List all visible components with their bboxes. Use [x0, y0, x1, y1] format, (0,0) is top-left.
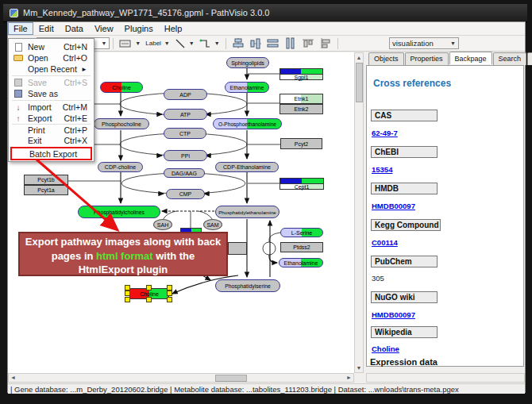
menu-item-open-recent[interactable]: Open Recent ►	[10, 63, 92, 75]
scrollbar-thumb[interactable]	[215, 375, 247, 382]
xref-source: HMDB	[371, 183, 438, 194]
metabolite-node[interactable]: CDP-Ethanolamine	[215, 162, 279, 172]
metabolite-node[interactable]: O-Phosphoethanolamine	[213, 118, 282, 129]
import-icon: ↓	[12, 103, 25, 112]
menu-item-exit[interactable]: ExitCtrl+X	[10, 135, 92, 146]
menu-help[interactable]: Help	[159, 22, 188, 35]
menu-item-open[interactable]: OpenCtrl+O	[10, 52, 92, 63]
metabolite-node[interactable]: SAH	[153, 219, 172, 230]
selection-handle[interactable]	[125, 285, 130, 290]
gene-node[interactable]: Pcyt1b	[24, 175, 68, 185]
export-icon: ↑	[12, 114, 25, 123]
xref-link[interactable]: 62-49-7	[372, 129, 398, 137]
submenu-arrow-icon: ►	[81, 66, 92, 73]
tab-backpage[interactable]: Backpage	[449, 52, 492, 64]
gene-node[interactable]: Etnk1	[279, 94, 323, 104]
open-folder-icon	[12, 55, 25, 61]
selection-handle[interactable]	[167, 297, 172, 302]
panel-horizontal-scrollbar[interactable]	[366, 373, 525, 383]
xref-source: PubChem	[371, 256, 438, 267]
menu-item-new[interactable]: NewCtrl+N	[10, 41, 92, 52]
gene-node[interactable]: Etnk2	[279, 104, 323, 114]
canvas-horizontal-scrollbar[interactable]: ◄ ►	[8, 373, 354, 383]
metabolite-node[interactable]: Phosphatidylcholines	[78, 206, 160, 218]
selection-handle[interactable]	[167, 285, 172, 290]
xref-link[interactable]: C00114	[372, 238, 398, 247]
distribute-h-icon[interactable]	[267, 37, 279, 49]
new-file-icon	[12, 43, 25, 52]
status-text: | Gene database: ...m_Derby_20120602.bri…	[10, 385, 459, 394]
add-label-button[interactable]: Label ▼	[145, 40, 170, 47]
menu-item-batch-export[interactable]: Batch Export	[12, 148, 91, 160]
metabolite-node[interactable]: DAG/AAG	[164, 168, 205, 178]
metabolite-node[interactable]: PPi	[164, 150, 207, 161]
add-datanode-button[interactable]: ▼	[119, 38, 141, 49]
gene-node[interactable]: Cept1	[279, 178, 324, 190]
selection-handle[interactable]	[167, 290, 172, 296]
align-center-x-icon[interactable]	[232, 37, 245, 49]
selection-handle[interactable]	[146, 297, 152, 302]
tab-search[interactable]: Search	[493, 52, 527, 65]
metabolite-node[interactable]: Sphingolipids	[226, 57, 269, 68]
selection-handle[interactable]	[146, 285, 152, 290]
chevron-down-icon: ▼	[450, 40, 456, 46]
distribute-v-icon[interactable]	[284, 37, 297, 49]
metabolite-node[interactable]: CDP-choline	[98, 162, 143, 172]
menu-item-print[interactable]: PrintCtrl+P	[10, 125, 92, 136]
metabolite-node[interactable]: ATP	[164, 109, 207, 120]
canvas-vertical-scrollbar[interactable]: ▲ ▼	[354, 52, 364, 373]
selection-handle[interactable]	[125, 297, 130, 302]
gene-node[interactable]: Pcyt1a	[24, 185, 68, 195]
chevron-down-icon: ▼	[164, 40, 170, 46]
align-left-icon[interactable]	[319, 37, 332, 49]
menu-bar: File Edit Data View Plugins Help	[8, 22, 525, 36]
metabolite-node[interactable]: Phosphatidylserine	[215, 279, 280, 292]
align-top-icon[interactable]	[302, 37, 314, 49]
title-bar[interactable]: Mm_Kennedy_pathway_WP1771_45176.gpml - P…	[3, 4, 527, 22]
metabolite-node[interactable]: ADP	[164, 89, 207, 100]
scroll-down-icon[interactable]: ▼	[355, 364, 363, 372]
menu-data[interactable]: Data	[60, 22, 89, 35]
side-panel-tabs: Objects Properties Backpage Search Legen…	[368, 52, 532, 65]
metabolite-node[interactable]: L-Serine	[280, 228, 323, 237]
metabolite-node[interactable]: Ethanolamine	[225, 82, 269, 93]
menu-file[interactable]: File	[8, 22, 33, 35]
xref-link[interactable]: 15354	[372, 165, 392, 174]
xref-link[interactable]: HMDB00097	[372, 310, 415, 319]
add-line-button[interactable]: ▼	[175, 38, 195, 49]
menu-edit[interactable]: Edit	[33, 22, 60, 35]
metabolite-node[interactable]: Phosphocholine	[94, 118, 149, 129]
tab-properties[interactable]: Properties	[405, 52, 449, 65]
tab-objects[interactable]: Objects	[368, 52, 404, 65]
gene-node[interactable]: Pcyt2	[280, 138, 322, 149]
scroll-left-icon[interactable]: ◄	[9, 374, 17, 382]
menu-plugins[interactable]: Plugins	[119, 22, 159, 35]
status-bar: | Gene database: ...m_Derby_20120602.bri…	[8, 383, 525, 394]
menu-view[interactable]: View	[89, 22, 119, 35]
add-connector-button[interactable]: ▼	[199, 38, 220, 49]
scroll-right-icon[interactable]: ►	[345, 374, 353, 382]
gene-node[interactable]: Ptdss2	[280, 242, 323, 252]
metabolite-node[interactable]: Ethanolamine	[279, 258, 323, 267]
menu-item-export[interactable]: ↑ ExportCtrl+E	[10, 113, 92, 124]
visualization-select[interactable]: visualization▼	[389, 37, 459, 49]
scroll-up-icon[interactable]: ▲	[355, 53, 363, 62]
menu-item-import[interactable]: ↓ ImportCtrl+M	[10, 102, 92, 113]
metabolite-node[interactable]: Phosphatidylethanolamine	[215, 206, 279, 218]
menu-item-save-as[interactable]: Save as	[10, 88, 92, 99]
scrollbar-thumb[interactable]	[356, 63, 363, 102]
gene-node[interactable]: Sgpl1	[279, 68, 323, 80]
gene-node-partial[interactable]	[228, 242, 247, 255]
file-menu: NewCtrl+N OpenCtrl+O Open Recent ► SaveC…	[8, 38, 94, 162]
xref-link[interactable]: Choline	[372, 344, 399, 353]
xref-link[interactable]: HMDB00097	[372, 202, 415, 210]
metabolite-node[interactable]: CTP	[164, 128, 206, 139]
batch-export-highlight: Batch Export	[10, 147, 92, 160]
tab-legend[interactable]: Legend	[527, 52, 532, 65]
metabolite-node[interactable]: Choline	[100, 82, 143, 93]
metabolite-node[interactable]: SAM	[203, 219, 222, 230]
menu-item-save: SaveCtrl+S	[10, 77, 92, 88]
selection-handle[interactable]	[125, 290, 130, 296]
align-center-y-icon[interactable]	[249, 37, 262, 49]
metabolite-node[interactable]: CMP	[166, 189, 205, 199]
